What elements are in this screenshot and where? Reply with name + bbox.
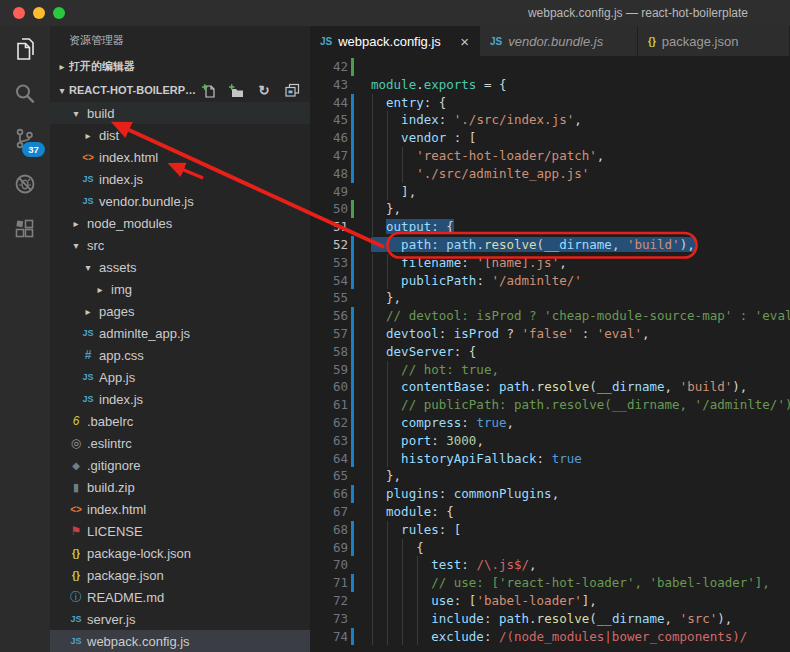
- indent-guide: [387, 521, 388, 539]
- tree-item-label: src: [87, 238, 104, 253]
- chevron-closed-icon: ▸: [68, 218, 84, 229]
- code-line-63[interactable]: 63 port: 3000,: [310, 432, 790, 450]
- code-line-60[interactable]: 60 contentBase: path.resolve(__dirname, …: [310, 378, 790, 396]
- zoom-button[interactable]: [53, 7, 65, 19]
- code-line-66[interactable]: 66 plugins: commonPlugins,: [310, 485, 790, 503]
- code-line-67[interactable]: 67 module: {: [310, 503, 790, 521]
- root-folder-row[interactable]: ▾ REACT-HOT-BOILERP…: [50, 78, 310, 102]
- tab-close-icon[interactable]: ×: [460, 34, 469, 49]
- code-line-46[interactable]: 46 vendor : [: [310, 129, 790, 147]
- indent-guide: [402, 147, 403, 165]
- tree-item-pages[interactable]: ▸pages: [50, 300, 310, 322]
- code-line-59[interactable]: 59 // hot: true,: [310, 361, 790, 379]
- new-file-button[interactable]: [200, 82, 216, 98]
- collapse-all-button[interactable]: [284, 82, 300, 98]
- code-line-53[interactable]: 53 filename: '[name].js',: [310, 254, 790, 272]
- tree-item-build[interactable]: ▾build: [50, 102, 310, 124]
- indent-guide: [372, 183, 373, 201]
- refresh-button[interactable]: ↻: [256, 82, 272, 98]
- code-line-54[interactable]: 54 publicPath: '/adminlte/': [310, 272, 790, 290]
- code-line-50[interactable]: 50 },: [310, 200, 790, 218]
- gutter-modified-marker: [351, 574, 354, 592]
- code-line-61[interactable]: 61 // publicPath: path.resolve(__dirname…: [310, 396, 790, 414]
- code-lines: 4243module.exports = {44 entry: {45 inde…: [310, 58, 790, 645]
- activity-explorer[interactable]: [0, 26, 50, 71]
- tree-item-index-html[interactable]: <>index.html: [50, 498, 310, 520]
- code-line-64[interactable]: 64 historyApiFallback: true: [310, 450, 790, 468]
- tree-item-server-js[interactable]: JSserver.js: [50, 608, 310, 630]
- code-line-71[interactable]: 71 // use: ['react-hot-loader', 'babel-l…: [310, 574, 790, 592]
- tree-item-label: build: [87, 106, 114, 121]
- tree-item--eslintrc[interactable]: ◎.eslintrc: [50, 432, 310, 454]
- tree-item-node-modules[interactable]: ▸node_modules: [50, 212, 310, 234]
- code-line-58[interactable]: 58 devServer: {: [310, 343, 790, 361]
- code-line-52[interactable]: 52 path: path.resolve(__dirname, 'build'…: [310, 236, 790, 254]
- code-line-56[interactable]: 56 // devtool: isProd ? 'cheap-module-so…: [310, 307, 790, 325]
- code-text: {: [371, 539, 424, 557]
- tree-item-index-js[interactable]: JSindex.js: [50, 168, 310, 190]
- open-editors-section[interactable]: ▸ 打开的编辑器: [50, 54, 310, 78]
- tree-item-dist[interactable]: ▸dist: [50, 124, 310, 146]
- new-folder-button[interactable]: [228, 82, 244, 98]
- code-line-62[interactable]: 62 compress: true,: [310, 414, 790, 432]
- tree-item-assets[interactable]: ▾assets: [50, 256, 310, 278]
- code-line-44[interactable]: 44 entry: {: [310, 94, 790, 112]
- tab-package-json[interactable]: {} package.json: [638, 26, 790, 56]
- code-line-51[interactable]: 51 output: {: [310, 218, 790, 236]
- code-line-69[interactable]: 69 {: [310, 539, 790, 557]
- activity-source-control[interactable]: 37: [0, 116, 50, 161]
- code-text: vendor : [: [371, 129, 476, 147]
- tree-item-webpack-config-js[interactable]: JSwebpack.config.js: [50, 630, 310, 652]
- code-line-42[interactable]: 42: [310, 58, 790, 76]
- gutter-modified-marker: [351, 111, 354, 129]
- code-line-45[interactable]: 45 index: './src/index.js',: [310, 111, 790, 129]
- file-tree: ▾build▸dist<>index.htmlJSindex.jsJSvendo…: [50, 102, 310, 652]
- line-number: 73: [310, 610, 348, 628]
- indent-guide: [387, 539, 388, 557]
- code-line-68[interactable]: 68 rules: [: [310, 521, 790, 539]
- code-text: },: [371, 200, 401, 218]
- code-line-73[interactable]: 73 include: path.resolve(__dirname, 'src…: [310, 610, 790, 628]
- tree-item-app-js[interactable]: JSApp.js: [50, 366, 310, 388]
- tree-item-index-js[interactable]: JSindex.js: [50, 388, 310, 410]
- indent-guide: [372, 325, 373, 343]
- minimize-button[interactable]: [33, 7, 45, 19]
- close-button[interactable]: [13, 7, 25, 19]
- tab-webpack-config-js[interactable]: JS webpack.config.js ×: [310, 26, 480, 56]
- code-line-72[interactable]: 72 use: ['babel-loader'],: [310, 592, 790, 610]
- tree-item-label: package-lock.json: [87, 546, 191, 561]
- activity-extensions[interactable]: [0, 206, 50, 251]
- code-line-57[interactable]: 57 devtool: isProd ? 'false' : 'eval',: [310, 325, 790, 343]
- activity-debug[interactable]: [0, 161, 50, 206]
- code-line-43[interactable]: 43module.exports = {: [310, 76, 790, 94]
- code-editor[interactable]: 4243module.exports = {44 entry: {45 inde…: [310, 56, 790, 652]
- tree-item-index-html[interactable]: <>index.html: [50, 146, 310, 168]
- code-line-49[interactable]: 49 ],: [310, 183, 790, 201]
- babel-file-icon: 6: [68, 414, 84, 428]
- activity-search[interactable]: [0, 71, 50, 116]
- code-line-74[interactable]: 74 exclude: /(node_modules|bower_compone…: [310, 628, 790, 646]
- tree-item-app-css[interactable]: #app.css: [50, 344, 310, 366]
- tab-vendor-bundle-js[interactable]: JS vendor.bundle.js: [480, 26, 638, 56]
- json-file-icon: {}: [68, 570, 84, 581]
- tree-item--babelrc[interactable]: 6.babelrc: [50, 410, 310, 432]
- code-line-70[interactable]: 70 test: /\.js$/,: [310, 556, 790, 574]
- tree-item-license[interactable]: ⚑LICENSE: [50, 520, 310, 542]
- code-line-47[interactable]: 47 'react-hot-loader/patch',: [310, 147, 790, 165]
- code-line-48[interactable]: 48 './src/adminlte_app.js': [310, 165, 790, 183]
- tree-item-package-json[interactable]: {}package.json: [50, 564, 310, 586]
- tree-item-build-zip[interactable]: ▮build.zip: [50, 476, 310, 498]
- indent-guide: [387, 396, 388, 414]
- tree-item-readme-md[interactable]: ⓘREADME.md: [50, 586, 310, 608]
- gutter-modified-marker: [351, 165, 354, 183]
- tree-item-src[interactable]: ▾src: [50, 234, 310, 256]
- tree-item-adminlte-app-js[interactable]: JSadminlte_app.js: [50, 322, 310, 344]
- tree-item-vendor-bundle-js[interactable]: JSvendor.bundle.js: [50, 190, 310, 212]
- tree-item-package-lock-json[interactable]: {}package-lock.json: [50, 542, 310, 564]
- tree-item-label: pages: [99, 304, 134, 319]
- indent-guide: [372, 485, 373, 503]
- code-line-55[interactable]: 55 },: [310, 289, 790, 307]
- tree-item-img[interactable]: ▸img: [50, 278, 310, 300]
- code-line-65[interactable]: 65 },: [310, 467, 790, 485]
- tree-item--gitignore[interactable]: ◆.gitignore: [50, 454, 310, 476]
